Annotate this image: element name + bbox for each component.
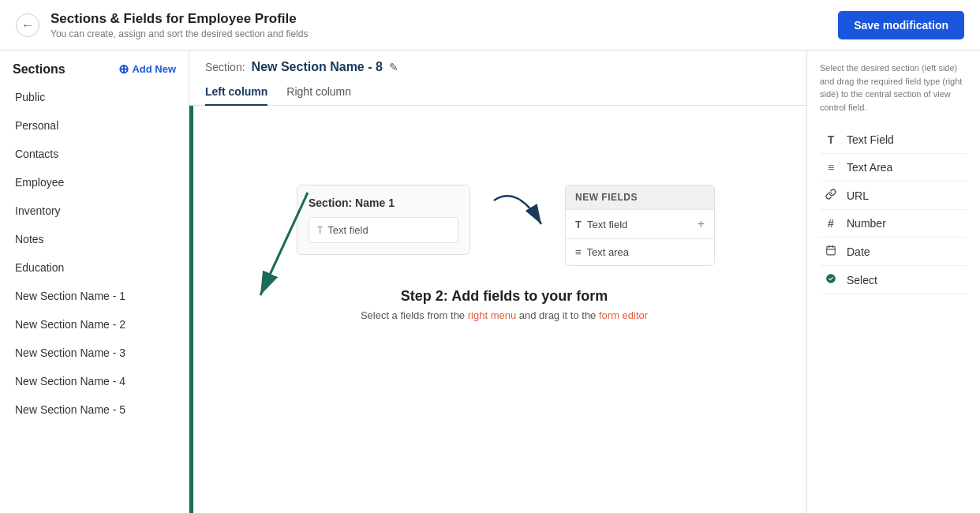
svg-point-7 [826, 274, 836, 283]
text-area-type-icon: ≡ [575, 246, 582, 258]
right-panel-hint: Select the desired section (left side) a… [820, 62, 967, 114]
sidebar-item-new-1[interactable]: New Section Name - 1 [0, 282, 189, 310]
select-label: Select [847, 274, 877, 286]
sidebar-item-personal[interactable]: Personal [0, 111, 189, 140]
curved-arrow-graphic [486, 193, 549, 240]
sidebar-item-education[interactable]: Education [0, 253, 189, 282]
highlight-form-editor: form editor [599, 309, 648, 321]
right-panel: Select the desired section (left side) a… [806, 51, 980, 513]
editor-inner: Section: Name 1 T Text field [205, 185, 791, 321]
back-button[interactable]: ← [16, 13, 39, 37]
date-icon [823, 245, 839, 258]
sidebar-item-inventory[interactable]: Inventory [0, 197, 189, 225]
header: ← Sections & Fields for Employee Profile… [0, 0, 980, 51]
new-fields-text-field[interactable]: T Text field + [566, 209, 714, 238]
save-modification-button[interactable]: Save modification [838, 11, 964, 39]
sidebar-item-contacts[interactable]: Contacts [0, 140, 189, 168]
new-fields-header: NEW FIELDS [566, 185, 714, 209]
section-header: Section: New Section Name - 8 ✎ [189, 51, 806, 74]
text-field-type-icon: T [575, 219, 582, 230]
text-area-type-label: Text area [587, 246, 629, 258]
plus-icon: ⊕ [118, 62, 129, 77]
sidebar-item-notes[interactable]: Notes [0, 225, 189, 253]
field-type-select[interactable]: Select [820, 266, 967, 294]
center-content: Section: New Section Name - 8 ✎ Left col… [189, 51, 806, 513]
add-new-button[interactable]: ⊕ Add New [118, 62, 176, 77]
field-type-text-area[interactable]: ≡ Text Area [820, 154, 967, 182]
sidebar-header: Sections ⊕ Add New [0, 51, 189, 83]
sidebar-item-public[interactable]: Public [0, 83, 189, 111]
main-layout: Sections ⊕ Add New Public Personal Conta… [0, 51, 980, 513]
highlight-right-menu: right menu [468, 309, 516, 321]
sidebar-item-new-2[interactable]: New Section Name - 2 [0, 310, 189, 339]
field-type-number[interactable]: # Number [820, 210, 967, 238]
number-label: Number [847, 217, 886, 230]
new-fields-box: NEW FIELDS T Text field + ≡ Text area [565, 185, 715, 266]
demo-area: Section: Name 1 T Text field [297, 185, 791, 266]
field-type-text-field[interactable]: T Text Field [820, 126, 967, 154]
number-icon: # [823, 217, 839, 230]
edit-section-name-icon[interactable]: ✎ [389, 61, 398, 73]
sidebar-item-new-3[interactable]: New Section Name - 3 [0, 339, 189, 367]
field-type-date[interactable]: Date [820, 238, 967, 266]
page-subtitle: You can create, assign and sort the desi… [50, 28, 838, 39]
header-title-block: Sections & Fields for Employee Profile Y… [50, 11, 838, 39]
text-area-icon: ≡ [823, 161, 839, 174]
svg-line-1 [260, 193, 308, 295]
text-field-icon: T [823, 133, 839, 146]
url-label: URL [847, 189, 869, 202]
page-title: Sections & Fields for Employee Profile [50, 11, 838, 27]
add-text-field-icon[interactable]: + [698, 217, 705, 231]
tab-right-column[interactable]: Right column [286, 81, 351, 106]
new-fields-text-area[interactable]: ≡ Text area [566, 238, 714, 265]
drag-arrow-graphic [213, 185, 339, 327]
sidebar-item-new-4[interactable]: New Section Name - 4 [0, 367, 189, 395]
sidebar-title: Sections [13, 62, 65, 77]
field-type-url[interactable]: URL [820, 182, 967, 210]
select-icon [823, 273, 839, 286]
green-bar-indicator [189, 106, 193, 513]
text-field-label: Text Field [847, 133, 894, 146]
editor-area: Section: Name 1 T Text field [189, 106, 806, 513]
sidebar-item-new-5[interactable]: New Section Name - 5 [0, 395, 189, 424]
sidebar: Sections ⊕ Add New Public Personal Conta… [0, 51, 189, 513]
tabs: Left column Right column [189, 74, 806, 106]
tab-left-column[interactable]: Left column [205, 81, 267, 106]
sidebar-item-employee[interactable]: Employee [0, 168, 189, 197]
text-field-type-label: Text field [587, 219, 627, 230]
text-area-label: Text Area [847, 161, 892, 174]
date-label: Date [847, 245, 870, 258]
section-label: Section: [205, 61, 245, 73]
section-name: New Section Name - 8 [252, 60, 383, 74]
svg-rect-3 [827, 246, 836, 255]
url-icon [823, 189, 839, 202]
